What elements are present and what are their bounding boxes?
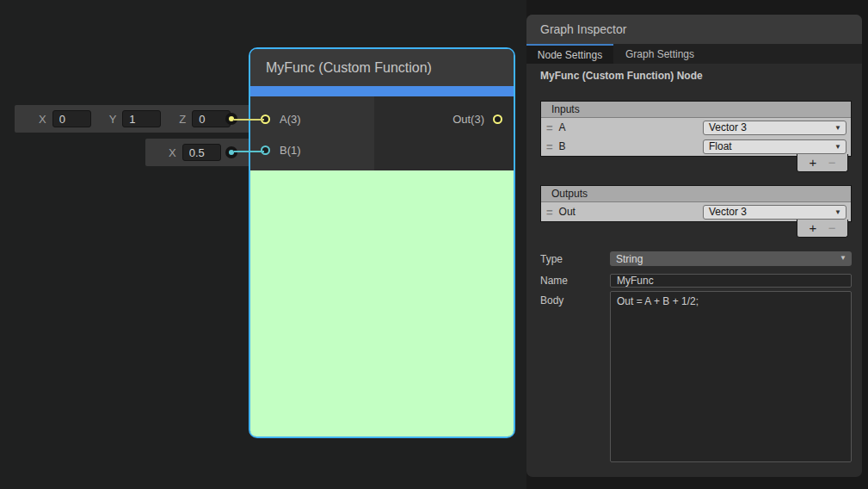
edge-float-to-b[interactable] bbox=[234, 151, 264, 152]
name-field[interactable] bbox=[610, 274, 852, 288]
node-settings-heading: MyFunc (Custom Function) Node bbox=[540, 70, 703, 82]
dropdown-arrow-icon: ▼ bbox=[834, 208, 841, 216]
tab-node-settings[interactable]: Node Settings bbox=[526, 44, 613, 64]
port-b-connector-icon[interactable] bbox=[261, 145, 270, 155]
type-dropdown[interactable]: String ▼ bbox=[610, 251, 852, 266]
drag-handle-icon[interactable]: = bbox=[546, 121, 552, 134]
node-input-ports: A(3) B(1) bbox=[250, 96, 374, 170]
node-port-area: A(3) B(1) Out(3) bbox=[250, 96, 514, 170]
output-row-out[interactable]: = Out Vector 3 ▼ bbox=[541, 202, 851, 221]
z-label: Z bbox=[179, 113, 186, 126]
outputs-list: Outputs = Out Vector 3 ▼ bbox=[540, 185, 852, 222]
y-label: Y bbox=[109, 113, 117, 126]
x-label: X bbox=[39, 113, 46, 126]
x-field[interactable] bbox=[52, 110, 91, 127]
inputs-list-footer: + − bbox=[797, 154, 848, 172]
inputs-list-title: Inputs bbox=[541, 102, 851, 118]
drag-handle-icon[interactable]: = bbox=[546, 206, 552, 219]
float-widget-port-dot[interactable] bbox=[225, 146, 237, 158]
node-output-ports: Out(3) bbox=[374, 96, 514, 170]
input-a-type-dropdown[interactable]: Vector 3 ▼ bbox=[703, 121, 846, 135]
remove-input-button[interactable]: − bbox=[828, 155, 836, 170]
x-label: X bbox=[169, 146, 176, 159]
port-b-label: B(1) bbox=[280, 144, 301, 157]
node-accent-bar bbox=[250, 86, 514, 96]
remove-output-button[interactable]: − bbox=[828, 220, 836, 236]
type-value: String bbox=[616, 253, 643, 265]
body-field[interactable]: Out = A + B + 1/2; bbox=[610, 291, 852, 462]
port-out-connector-icon[interactable] bbox=[493, 115, 502, 124]
input-b-type-dropdown[interactable]: Float ▼ bbox=[703, 139, 846, 154]
port-row-a: A(3) bbox=[250, 103, 374, 134]
input-row-b[interactable]: = B Float ▼ bbox=[541, 137, 851, 156]
edge-vector3-to-a[interactable] bbox=[234, 119, 264, 121]
input-a-type-value: Vector 3 bbox=[709, 121, 747, 133]
output-out-type-value: Vector 3 bbox=[709, 206, 747, 218]
body-label: Body bbox=[540, 294, 563, 306]
graph-inspector-panel: Graph Inspector Node Settings Graph Sett… bbox=[526, 15, 862, 477]
add-output-button[interactable]: + bbox=[809, 220, 816, 236]
input-b-type-value: Float bbox=[709, 140, 732, 152]
outputs-list-footer: + − bbox=[797, 220, 848, 238]
dropdown-arrow-icon: ▼ bbox=[840, 254, 846, 262]
tab-graph-settings[interactable]: Graph Settings bbox=[613, 44, 706, 64]
input-b-name: B bbox=[559, 140, 703, 152]
y-field[interactable] bbox=[122, 110, 161, 127]
inspector-title: Graph Inspector bbox=[526, 15, 862, 44]
float-x-field[interactable] bbox=[182, 144, 221, 161]
outputs-list-title: Outputs bbox=[541, 186, 851, 202]
output-out-name: Out bbox=[559, 206, 703, 218]
dropdown-arrow-icon: ▼ bbox=[834, 143, 841, 151]
type-label: Type bbox=[540, 253, 563, 265]
vector3-value-widget: X Y Z bbox=[15, 105, 269, 133]
port-out-label: Out(3) bbox=[452, 113, 484, 126]
inputs-list: Inputs = A Vector 3 ▼ = B Float ▼ bbox=[540, 101, 852, 157]
port-row-out: Out(3) bbox=[374, 103, 514, 134]
node-title[interactable]: MyFunc (Custom Function) bbox=[250, 49, 514, 86]
dropdown-arrow-icon: ▼ bbox=[834, 124, 841, 132]
port-a-label: A(3) bbox=[280, 113, 301, 126]
output-out-type-dropdown[interactable]: Vector 3 ▼ bbox=[703, 205, 846, 220]
drag-handle-icon[interactable]: = bbox=[546, 140, 552, 153]
name-label: Name bbox=[540, 275, 568, 287]
inspector-tabstrip: Node Settings Graph Settings bbox=[526, 44, 862, 64]
custom-function-node[interactable]: MyFunc (Custom Function) A(3) B(1) Out(3… bbox=[249, 47, 515, 438]
input-row-a[interactable]: = A Vector 3 ▼ bbox=[541, 118, 851, 137]
input-a-name: A bbox=[559, 121, 703, 133]
port-row-b: B(1) bbox=[250, 134, 374, 165]
node-preview bbox=[250, 170, 514, 436]
add-input-button[interactable]: + bbox=[809, 155, 816, 170]
